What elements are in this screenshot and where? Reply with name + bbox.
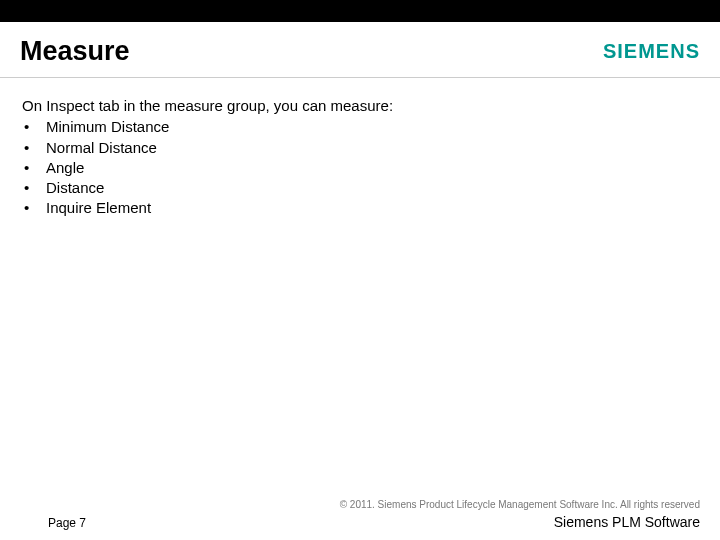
bullet-icon: • xyxy=(22,158,46,178)
bullet-icon: • xyxy=(22,117,46,137)
bullet-text: Distance xyxy=(46,178,104,198)
intro-text: On Inspect tab in the measure group, you… xyxy=(22,96,698,116)
content-area: On Inspect tab in the measure group, you… xyxy=(0,78,720,219)
top-black-bar xyxy=(0,0,720,22)
bullet-icon: • xyxy=(22,178,46,198)
bullet-list: •Minimum Distance •Normal Distance •Angl… xyxy=(22,117,698,218)
list-item: •Minimum Distance xyxy=(22,117,698,137)
bullet-icon: • xyxy=(22,198,46,218)
page-number: Page 7 xyxy=(48,516,86,530)
siemens-logo: SIEMENS xyxy=(603,40,700,63)
copyright-text: © 2011. Siemens Product Lifecycle Manage… xyxy=(48,499,700,510)
footer-row: Page 7 Siemens PLM Software xyxy=(48,514,700,530)
list-item: •Normal Distance xyxy=(22,138,698,158)
bullet-text: Angle xyxy=(46,158,84,178)
bullet-text: Minimum Distance xyxy=(46,117,169,137)
footer: © 2011. Siemens Product Lifecycle Manage… xyxy=(0,499,720,530)
page-title: Measure xyxy=(20,36,130,67)
list-item: •Inquire Element xyxy=(22,198,698,218)
bullet-text: Normal Distance xyxy=(46,138,157,158)
list-item: •Angle xyxy=(22,158,698,178)
bullet-text: Inquire Element xyxy=(46,198,151,218)
header: Measure SIEMENS xyxy=(0,22,720,78)
list-item: •Distance xyxy=(22,178,698,198)
plm-software-text: Siemens PLM Software xyxy=(554,514,700,530)
bullet-icon: • xyxy=(22,138,46,158)
